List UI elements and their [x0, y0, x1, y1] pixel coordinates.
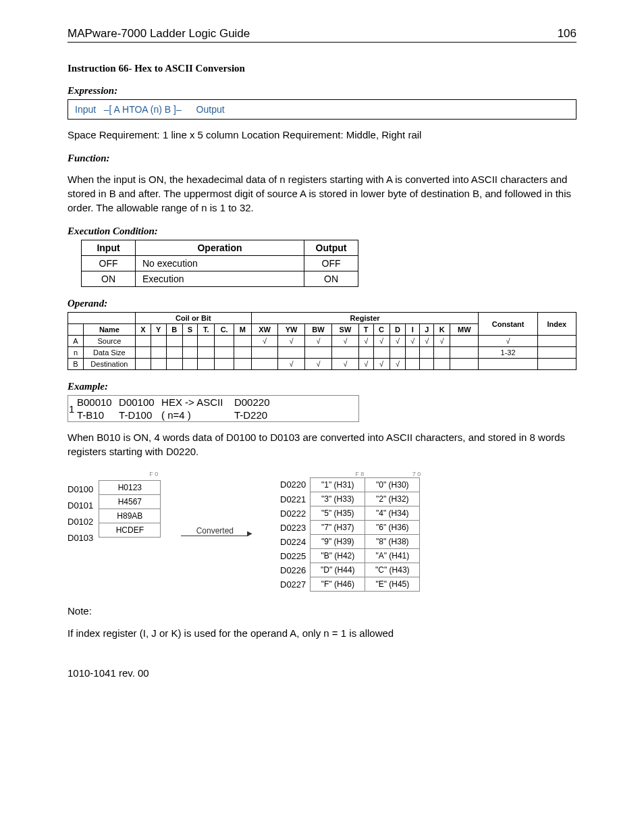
exec-cell: ON	[82, 271, 136, 287]
op-cell	[450, 347, 479, 359]
space-requirement: Space Requirement: 1 line x 5 column Loc…	[68, 128, 576, 142]
exec-cell: OFF	[304, 256, 358, 271]
op-cell: √	[251, 336, 277, 347]
op-cell	[537, 347, 576, 359]
dst-hi: "3" (H33)	[310, 492, 365, 506]
op-cell	[182, 347, 198, 359]
dst-hdr-right: 7 0	[367, 471, 423, 477]
dst-reg: D0222	[269, 506, 310, 521]
op-cell: √	[479, 336, 537, 347]
op-key-hdr	[68, 324, 84, 336]
op-sub: T	[358, 324, 373, 336]
op-cell	[182, 359, 198, 370]
op-cell	[479, 359, 537, 370]
exec-h-out: Output	[304, 240, 358, 256]
op-blank	[68, 313, 136, 324]
src-reg: D0101	[68, 499, 93, 513]
op-cell: √	[304, 336, 331, 347]
execution-table: Input Operation Output OFF No execution …	[81, 240, 358, 287]
op-cell	[251, 359, 277, 370]
op-cell	[358, 347, 373, 359]
op-cell: √	[304, 359, 331, 370]
op-cell: √	[278, 336, 304, 347]
dst-reg: D0224	[269, 535, 310, 549]
dst-hi: "F" (H46)	[310, 577, 365, 592]
dst-hdr-left: F 8	[310, 471, 367, 477]
op-cell	[304, 347, 331, 359]
dst-reg: D0220	[269, 477, 310, 492]
src-reg: D0103	[68, 531, 93, 545]
note-text: If index register (I, J or K) is used fo…	[68, 626, 576, 640]
ladder-spacer	[276, 396, 358, 409]
op-cell	[251, 347, 277, 359]
dst-hi: "5" (H35)	[310, 506, 365, 521]
op-name-hdr: Name	[83, 324, 135, 336]
dst-reg: D0225	[269, 549, 310, 563]
op-sub: XW	[251, 324, 277, 336]
op-sub: X	[135, 324, 151, 336]
op-cell	[537, 359, 576, 370]
op-sub: YW	[278, 324, 304, 336]
expression-label: Expression:	[68, 85, 576, 97]
dst-lo: "8" (H38)	[365, 535, 420, 549]
op-cell	[420, 359, 434, 370]
op-key: n	[68, 347, 84, 359]
op-cell	[234, 336, 252, 347]
op-cell: √	[390, 359, 406, 370]
page-header: MAPware-7000 Ladder Logic Guide 106	[68, 27, 576, 43]
dst-lo: "4" (H34)	[365, 506, 420, 521]
dst-lo: "2" (H32)	[365, 492, 420, 506]
operand-table: Coil or BitRegisterConstantIndexNameXYBS…	[68, 312, 576, 370]
expr-input: Input	[75, 104, 96, 115]
dst-lo: "6" (H36)	[365, 521, 420, 535]
op-sub: BW	[304, 324, 331, 336]
op-grp-coil: Coil or Bit	[135, 313, 251, 324]
expr-output: Output	[196, 104, 225, 115]
example-ladder: 1 B00010 D00100 HEX -> ASCII D00220 T-B1…	[68, 395, 359, 422]
op-cell: √	[332, 359, 358, 370]
op-cell	[234, 359, 252, 370]
op-cell	[151, 347, 166, 359]
op-cell	[434, 347, 450, 359]
doc-title: MAPware-7000 Ladder Logic Guide	[68, 27, 250, 41]
op-cell	[537, 336, 576, 347]
exec-cell: No execution	[136, 256, 304, 271]
op-cell: √	[332, 336, 358, 347]
op-cell	[215, 347, 234, 359]
src-val: H4567	[99, 495, 161, 509]
op-name: Source	[83, 336, 135, 347]
op-cell	[406, 347, 420, 359]
example-text: When B010 is ON, 4 words data of D0100 t…	[68, 430, 576, 459]
op-cell	[198, 359, 215, 370]
dst-hi: "B" (H42)	[310, 549, 365, 563]
op-sub: B	[166, 324, 182, 336]
operand-label: Operand:	[68, 298, 576, 309]
op-sub: D	[390, 324, 406, 336]
dst-reg: D0227	[269, 577, 310, 592]
src-bit-hdr: F 0	[99, 471, 161, 480]
rung-num: 1	[68, 396, 76, 421]
ladder-src2: T-D100	[118, 409, 161, 421]
op-cell	[166, 336, 182, 347]
op-cell	[182, 336, 198, 347]
op-cell	[450, 336, 479, 347]
src-val: HCDEF	[99, 523, 161, 538]
op-sub: MW	[450, 324, 479, 336]
op-cell	[166, 347, 182, 359]
op-cell	[198, 347, 215, 359]
dst-lo: "C" (H43)	[365, 563, 420, 577]
op-key: B	[68, 359, 84, 370]
op-sub: J	[420, 324, 434, 336]
src-val: H0123	[99, 480, 161, 495]
dst-lo: "E" (H45)	[365, 577, 420, 592]
op-sub: I	[406, 324, 420, 336]
expr-body: –[ A HTOA (n) B ]–	[104, 104, 182, 115]
src-val: H89AB	[99, 509, 161, 523]
op-cell	[151, 359, 166, 370]
op-sub: C	[373, 324, 390, 336]
op-sub: S	[182, 324, 198, 336]
op-cell: √	[390, 336, 406, 347]
op-cell	[373, 347, 390, 359]
function-text: When the input is ON, the hexadecimal da…	[68, 172, 576, 215]
op-cell: √	[406, 336, 420, 347]
